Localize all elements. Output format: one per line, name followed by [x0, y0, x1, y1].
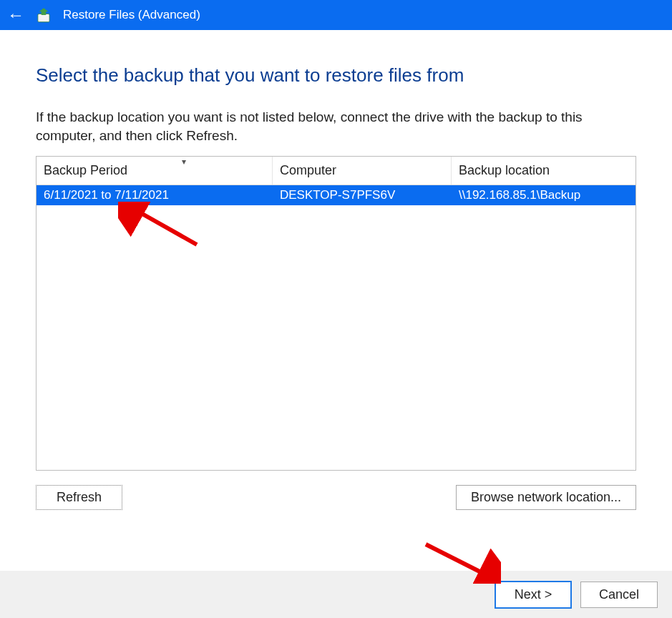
column-header-period-label: Backup Period: [44, 163, 127, 178]
column-header-location[interactable]: Backup location: [452, 157, 636, 185]
content-area: Select the backup that you want to resto…: [0, 30, 672, 510]
page-heading: Select the backup that you want to resto…: [36, 64, 636, 87]
page-description: If the backup location you want is not l…: [36, 108, 623, 144]
cell-computer: DESKTOP-S7PFS6V: [273, 188, 452, 202]
cell-location: \\192.168.85.1\Backup: [452, 188, 636, 202]
backup-table: Backup Period ▾ Computer Backup location…: [36, 156, 636, 471]
browse-network-button[interactable]: Browse network location...: [456, 485, 636, 510]
next-button[interactable]: Next >: [495, 581, 572, 609]
refresh-button[interactable]: Refresh: [36, 485, 122, 510]
window-title: Restore Files (Advanced): [63, 8, 200, 22]
column-header-location-label: Backup location: [459, 163, 550, 178]
restore-app-icon: [34, 6, 53, 24]
cancel-button[interactable]: Cancel: [580, 582, 658, 608]
titlebar: ← Restore Files (Advanced): [0, 0, 672, 30]
table-header: Backup Period ▾ Computer Backup location: [36, 157, 636, 185]
table-row[interactable]: 6/11/2021 to 7/11/2021 DESKTOP-S7PFS6V \…: [36, 185, 636, 205]
wizard-footer: Next > Cancel: [0, 571, 672, 618]
column-header-period[interactable]: Backup Period ▾: [36, 157, 273, 185]
sort-indicator-icon: ▾: [182, 157, 186, 167]
cell-period: 6/11/2021 to 7/11/2021: [36, 188, 273, 202]
below-table-buttons: Refresh Browse network location...: [36, 485, 636, 510]
column-header-computer[interactable]: Computer: [273, 157, 452, 185]
back-arrow-icon[interactable]: ←: [7, 6, 24, 24]
svg-rect-0: [38, 14, 49, 21]
column-header-computer-label: Computer: [280, 163, 336, 178]
